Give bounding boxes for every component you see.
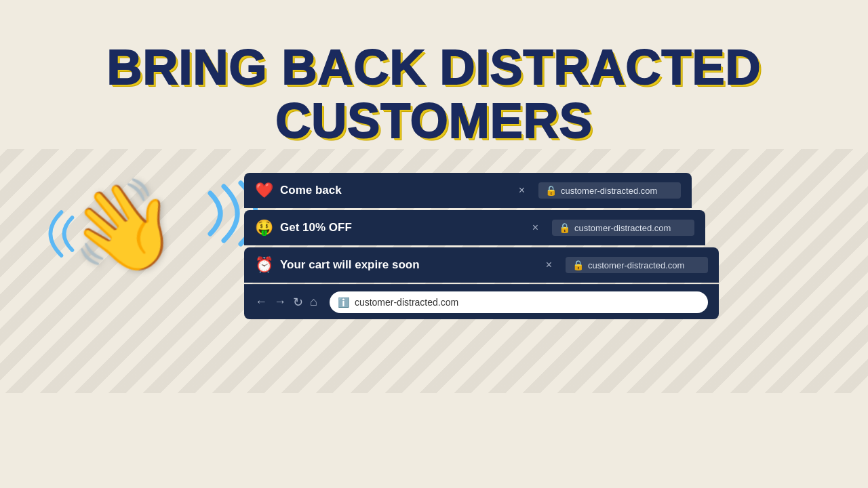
tab-1-url-text: customer-distracted.com	[561, 186, 657, 196]
tab-3-close[interactable]: ×	[546, 259, 552, 271]
home-button[interactable]: ⌂	[310, 295, 317, 309]
notification-tab-1: ❤️ Come back × 🔒 customer-distracted.com	[244, 173, 692, 208]
tab-2-icon: 🤑	[255, 219, 273, 237]
tabs-container: ❤️ Come back × 🔒 customer-distracted.com…	[244, 173, 719, 319]
address-bar[interactable]: ℹ️ customer-distracted.com	[330, 291, 708, 313]
address-lock-icon: ℹ️	[338, 297, 349, 308]
tab-3-url-text: customer-distracted.com	[588, 260, 684, 270]
notification-tab-2: 🤑 Get 10% OFF × 🔒 customer-distracted.co…	[244, 210, 705, 245]
tab-3-icon: ⏰	[255, 256, 273, 274]
hand-emoji: 👋	[60, 161, 224, 288]
forward-button[interactable]: →	[274, 295, 286, 309]
tab-2-url-icon: 🔒	[559, 222, 570, 233]
tab-3-url-icon: 🔒	[572, 260, 584, 270]
browser-address-bar: ← → ↻ ⌂ ℹ️ customer-distracted.com	[244, 284, 719, 319]
tab-1-icon: ❤️	[255, 182, 273, 199]
tab-3-url-area: 🔒 customer-distracted.com	[566, 257, 708, 273]
title-section: BRING BACK DISTRACTED CUSTOMERS	[0, 0, 868, 148]
notification-tab-3: ⏰ Your cart will expire soon × 🔒 custome…	[244, 247, 719, 283]
tab-1-close[interactable]: ×	[519, 184, 525, 197]
tab-2-label: Get 10% OFF	[280, 221, 532, 235]
back-button[interactable]: ←	[255, 295, 267, 309]
refresh-button[interactable]: ↻	[293, 295, 303, 310]
tab-1-label: Come back	[280, 184, 519, 197]
tab-1-url-icon: 🔒	[545, 185, 557, 196]
tab-2-close[interactable]: ×	[532, 222, 538, 234]
main-title: BRING BACK DISTRACTED CUSTOMERS	[0, 41, 868, 148]
tab-3-label: Your cart will expire soon	[280, 258, 546, 272]
title-line1: BRING BACK DISTRACTED	[107, 40, 762, 94]
address-bar-text: customer-distracted.com	[355, 297, 458, 308]
tab-2-url-text: customer-distracted.com	[574, 223, 671, 233]
tab-1-url-area: 🔒 customer-distracted.com	[538, 182, 681, 199]
title-line2: CUSTOMERS	[275, 94, 593, 148]
hand-container: 👋	[68, 173, 217, 329]
tab-2-url-area: 🔒 customer-distracted.com	[552, 220, 694, 236]
page-container: BRING BACK DISTRACTED CUSTOMERS 👋 ❤️ C	[0, 0, 868, 488]
